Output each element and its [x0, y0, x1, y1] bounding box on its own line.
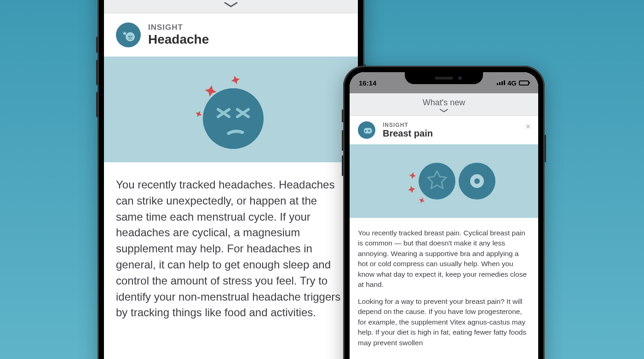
- card-header: INSIGHT Headache: [104, 13, 358, 57]
- insight-card: INSIGHT Headache: [104, 13, 358, 336]
- svg-point-0: [126, 32, 135, 41]
- whatsnew-label: What's new: [350, 98, 538, 108]
- status-time: 16:14: [359, 79, 376, 87]
- card-body-text-1: You recently tracked breast pain. Cyclic…: [358, 228, 530, 290]
- insight-badge-icon: [358, 121, 375, 139]
- side-button: [342, 130, 343, 151]
- whatsnew-header[interactable]: What's new: [104, 0, 358, 13]
- side-button: [96, 37, 98, 53]
- whatsnew-label: What's new: [104, 0, 358, 1]
- card-title: Headache: [148, 32, 209, 47]
- chevron-down-icon: [350, 108, 538, 113]
- insight-badge-icon: [116, 23, 141, 47]
- card-overline: INSIGHT: [383, 122, 433, 128]
- card-illustration: [104, 57, 358, 162]
- card-illustration: [350, 144, 538, 218]
- phone-notch: [405, 72, 483, 84]
- signal-icon: [497, 80, 505, 85]
- card-body: You recently tracked headaches. Headache…: [104, 162, 358, 336]
- svg-point-9: [419, 163, 455, 199]
- side-button: [96, 92, 98, 117]
- chevron-down-icon: [104, 2, 358, 8]
- side-button: [342, 109, 343, 122]
- insight-card: INSIGHT Breast pain ×: [350, 116, 538, 358]
- battery-icon: [519, 80, 529, 85]
- svg-point-12: [474, 178, 480, 184]
- card-overline: INSIGHT: [148, 23, 209, 32]
- side-button: [545, 135, 546, 162]
- card-body: You recently tracked breast pain. Cyclic…: [350, 218, 538, 358]
- card-title: Breast pain: [383, 128, 433, 139]
- phone-mockup-breast-pain: 16:14 4G What's new: [343, 66, 545, 359]
- whatsnew-header[interactable]: What's new: [350, 93, 538, 116]
- close-icon[interactable]: ×: [525, 121, 531, 132]
- card-body-text: You recently tracked headaches. Headache…: [116, 177, 346, 321]
- side-button: [342, 155, 343, 176]
- phone-mockup-headache: 14:50 4G What's new: [98, 0, 364, 359]
- card-body-text-2: Looking for a way to prevent your breast…: [358, 296, 530, 348]
- status-network: 4G: [507, 79, 517, 87]
- svg-point-8: [368, 130, 370, 131]
- card-header: INSIGHT Breast pain ×: [350, 116, 538, 144]
- svg-point-1: [203, 88, 264, 149]
- side-button: [96, 60, 98, 85]
